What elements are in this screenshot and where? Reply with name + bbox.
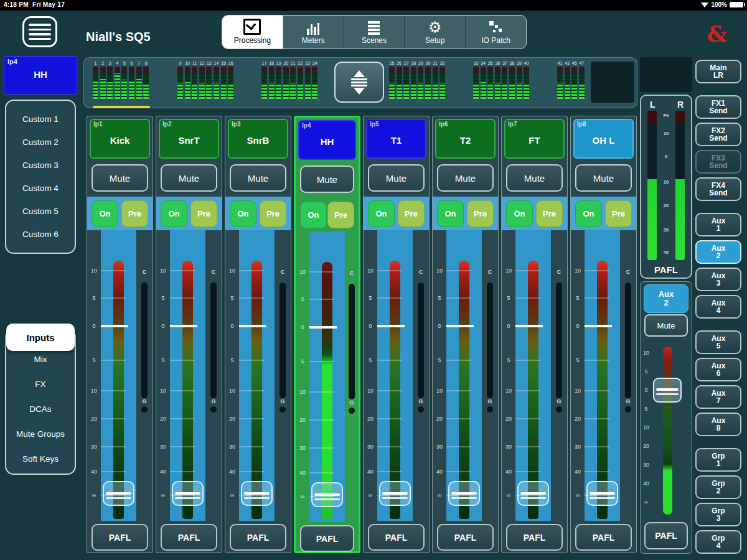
mix-select-aux-7[interactable]: Aux7 [695, 385, 741, 409]
mix-button-line: Send [709, 162, 727, 170]
send-on-button[interactable]: On [437, 200, 464, 227]
aux-fader-handle[interactable] [653, 378, 682, 403]
fader-handle[interactable] [448, 481, 480, 506]
custom-layer-4[interactable]: Custom 4 [6, 184, 75, 193]
send-pre-button[interactable]: Pre [190, 200, 217, 227]
tab-processing[interactable]: Processing [222, 16, 283, 49]
send-on-button[interactable]: On [368, 200, 395, 227]
channel-pafl-button[interactable]: PAFL [575, 524, 632, 551]
mix-select-aux-1[interactable]: Aux1 [695, 213, 741, 236]
aux-master-mute-button[interactable]: Mute [644, 314, 688, 337]
send-pre-button[interactable]: Pre [536, 200, 563, 227]
fader-handle[interactable] [172, 481, 204, 506]
send-on-button[interactable]: On [575, 200, 602, 227]
mix-select-grp-1[interactable]: Grp1 [695, 448, 741, 472]
mix-select-aux-4[interactable]: Aux4 [695, 295, 741, 319]
custom-layer-1[interactable]: Custom 1 [6, 114, 75, 124]
mix-select-grp-2[interactable]: Grp2 [695, 475, 741, 499]
mix-select-aux-2[interactable]: Aux2 [695, 240, 741, 264]
mix-select-aux-8[interactable]: Aux8 [695, 413, 741, 436]
mix-select-aux-3[interactable]: Aux3 [695, 268, 741, 291]
channel-pafl-button[interactable]: PAFL [437, 524, 494, 551]
channel-name-button[interactable]: Ip3 SnrB [228, 119, 288, 159]
channel-name-button[interactable]: Ip4 HH [298, 120, 356, 160]
meter-bank-1[interactable]: 12345678 [93, 61, 150, 105]
send-pre-button[interactable]: Pre [327, 202, 354, 228]
channel-mute-button[interactable]: Mute [368, 164, 425, 192]
nav-item-mute-groups[interactable]: Mute Groups [6, 421, 75, 446]
send-pre-button[interactable]: Pre [260, 200, 286, 227]
channel-name-button[interactable]: Ip8 OH L [573, 119, 634, 159]
mix-select-fx1-send[interactable]: FX1Send [695, 95, 741, 119]
channel-mute-button[interactable]: Mute [161, 164, 217, 192]
aux-master-pafl-button[interactable]: PAFL [644, 522, 688, 549]
compressor-gr-meter [418, 282, 424, 398]
channel-name-button[interactable]: Ip1 Kick [90, 119, 150, 159]
mix-button-line: 6 [716, 370, 721, 378]
custom-layer-3[interactable]: Custom 3 [6, 161, 75, 170]
send-on-button[interactable]: On [300, 202, 327, 228]
send-on-button[interactable]: On [230, 200, 256, 227]
mix-select-grp-3[interactable]: Grp3 [695, 503, 741, 526]
meter-bank-3[interactable]: 1718192021222324 [261, 61, 319, 105]
mix-select-aux-5[interactable]: Aux5 [695, 330, 741, 354]
meter-bank-4[interactable]: 2526272829303132 [389, 61, 446, 105]
tab-setup[interactable]: ⚙Setup [405, 16, 466, 49]
channel-name-button[interactable]: Ip6 T2 [435, 119, 496, 159]
nav-item-inputs[interactable]: Inputs [6, 324, 75, 351]
tab-scenes[interactable]: Scenes [344, 16, 405, 49]
mix-select-fx2-send[interactable]: FX2Send [695, 123, 741, 146]
meter-bank-6[interactable]: 41434547 [557, 61, 587, 105]
meter-bank-2[interactable]: 910111213141516 [177, 61, 235, 105]
channel-mute-button[interactable]: Mute [92, 164, 148, 192]
fader-handle[interactable] [241, 481, 273, 506]
channel-pafl-button[interactable]: PAFL [92, 524, 148, 551]
fader-handle[interactable] [103, 481, 134, 506]
channel-mute-button[interactable]: Mute [437, 164, 494, 192]
custom-layer-6[interactable]: Custom 6 [6, 230, 75, 239]
send-pre-button[interactable]: Pre [467, 200, 494, 227]
send-pre-button[interactable]: Pre [121, 200, 148, 227]
fader-handle[interactable] [311, 482, 343, 507]
main-pafl-button[interactable]: PAFL [641, 264, 691, 275]
send-on-button[interactable]: On [506, 200, 533, 227]
custom-layer-5[interactable]: Custom 5 [6, 207, 75, 216]
fader-handle[interactable] [517, 481, 549, 506]
aux-master-name-button[interactable]: Aux 2 [644, 284, 688, 313]
fader-handle[interactable] [586, 481, 618, 506]
channel-mute-button[interactable]: Mute [230, 164, 286, 192]
channel-mute-button[interactable]: Mute [300, 166, 354, 193]
channel-pafl-button[interactable]: PAFL [161, 524, 217, 551]
channel-name-label: Kick [91, 135, 149, 146]
mix-select-aux-6[interactable]: Aux6 [695, 358, 741, 381]
channel-mute-button[interactable]: Mute [506, 164, 563, 192]
meter-number: 18 [269, 61, 274, 67]
mix-select-fx4-send[interactable]: FX4Send [695, 177, 741, 201]
channel-mute-button[interactable]: Mute [575, 164, 632, 192]
tab-meters[interactable]: Meters [283, 16, 344, 49]
menu-button[interactable] [22, 16, 57, 47]
bank-scroll-control[interactable] [334, 62, 384, 103]
selected-channel-badge[interactable]: Ip4 HH [4, 56, 77, 95]
nav-item-dcas[interactable]: DCAs [6, 396, 75, 421]
custom-layer-2[interactable]: Custom 2 [6, 138, 75, 147]
send-on-button[interactable]: On [92, 200, 118, 227]
channel-name-button[interactable]: Ip7 FT [504, 119, 565, 159]
nav-item-soft-keys[interactable]: Soft Keys [6, 446, 75, 471]
send-pre-button[interactable]: Pre [398, 200, 425, 227]
channel-pafl-button[interactable]: PAFL [506, 524, 563, 551]
channel-pafl-button[interactable]: PAFL [368, 524, 425, 551]
mix-select-fx3-send[interactable]: FX3Send [695, 150, 741, 174]
meter-bank-5[interactable]: 3334353637383940 [473, 61, 530, 105]
mix-select-main-lr[interactable]: MainLR [695, 60, 741, 83]
channel-name-button[interactable]: Ip2 SnrT [159, 119, 219, 159]
mix-select-grp-4[interactable]: Grp4 [695, 530, 741, 554]
tab-io-patch[interactable]: IO Patch [466, 16, 526, 49]
nav-item-fx[interactable]: FX [6, 371, 75, 396]
channel-name-button[interactable]: Ip5 T1 [366, 119, 426, 159]
fader-handle[interactable] [379, 481, 411, 506]
send-pre-button[interactable]: Pre [605, 200, 632, 227]
channel-pafl-button[interactable]: PAFL [230, 524, 286, 551]
channel-pafl-button[interactable]: PAFL [300, 525, 354, 552]
send-on-button[interactable]: On [161, 200, 187, 227]
